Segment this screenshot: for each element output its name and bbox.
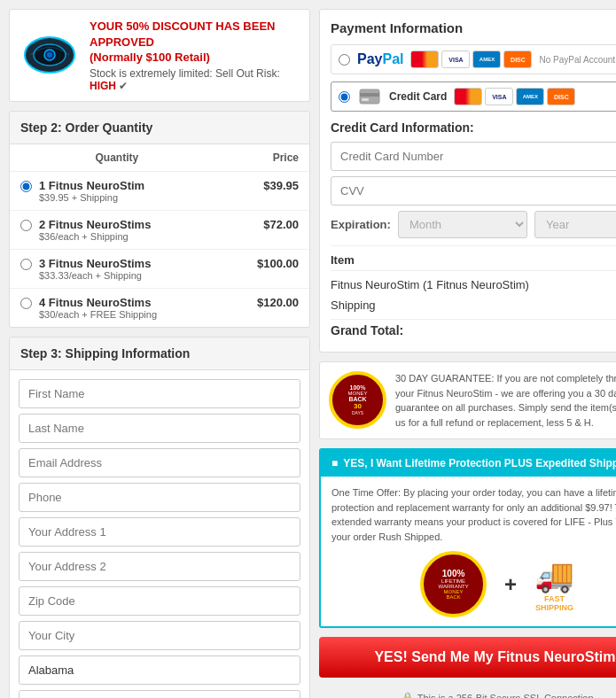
paypal-option[interactable]: PayPal MC VISA AMEX DISC No PayPal Accou…: [331, 44, 616, 74]
summary-item-col: Item: [331, 253, 355, 267]
expiry-month-select[interactable]: Month: [398, 211, 527, 238]
grand-total-label: Grand Total:: [331, 323, 403, 337]
qty-item-sublabel: $30/each + FREE Shipping: [39, 309, 157, 320]
normal-price: (Normally $100 Retail): [90, 50, 300, 64]
stock-text: Stock is extremely limited: Sell Out Ris…: [90, 67, 300, 92]
summary-row-label: Fitnus NeuroStim (1 Fitnus NeuroStim): [331, 278, 529, 291]
submit-button[interactable]: YES! Send Me My Fitnus NeuroStim!: [319, 637, 616, 678]
shipping-field-0[interactable]: [19, 379, 300, 408]
qty-radio-1[interactable]: [20, 220, 32, 231]
expiry-year-select[interactable]: Year: [534, 211, 616, 238]
payment-title: Payment Information: [331, 20, 616, 35]
qty-item-price: $39.95: [224, 172, 309, 211]
cc-number-input[interactable]: [331, 142, 616, 171]
qty-row[interactable]: 3 Fitnus NeuroStims $33.33/each + Shippi…: [10, 250, 309, 289]
ssl-notice: 🔒 This is a 256-Bit Secure SSL Connectio…: [319, 692, 616, 698]
upsell-checkbox-icon: ■: [331, 457, 338, 469]
qty-item-price: $100.00: [224, 250, 309, 289]
qty-item-sublabel: $33.33/each + Shipping: [39, 270, 151, 281]
paypal-radio[interactable]: [339, 54, 350, 66]
qty-row[interactable]: 4 Fitnus NeuroStims $30/each + FREE Ship…: [10, 289, 309, 328]
order-quantity-section: Step 2: Order Quantity Quantity Price 1 …: [9, 111, 310, 328]
credit-card-icon: [357, 88, 382, 105]
upsell-header[interactable]: ■ YES, I Want Lifetime Protection PLUS E…: [321, 450, 616, 477]
shipping-field-8[interactable]: [19, 655, 300, 685]
visa-icon: VISA: [441, 50, 470, 68]
qty-row[interactable]: 1 Fitnus NeuroStim $39.95 + Shipping $39…: [10, 172, 309, 211]
upsell-body-text: One Time Offer: By placing your order to…: [331, 485, 616, 544]
paypal-logo: PayPal: [357, 51, 403, 67]
qty-item-label: 3 Fitnus NeuroStims: [39, 257, 151, 270]
qty-row[interactable]: 2 Fitnus NeuroStims $36/each + Shipping …: [10, 211, 309, 250]
qty-item-price: $120.00: [224, 289, 309, 328]
svg-rect-5: [360, 93, 379, 97]
shipping-form: Billing Address same as ShippingText me …: [10, 370, 309, 698]
qty-radio-2[interactable]: [20, 259, 32, 270]
cc-visa-icon: VISA: [485, 88, 513, 105]
cvv-input[interactable]: [331, 176, 616, 206]
guarantee-text: 30 DAY GUARANTEE: If you are not complet…: [395, 371, 616, 430]
guarantee-circle: 100% MONEY BACK 30 DAYS: [329, 371, 386, 429]
upsell-box: ■ YES, I Want Lifetime Protection PLUS E…: [319, 448, 616, 628]
cc-info-title: Credit Card Information:: [331, 120, 616, 135]
qty-item-label: 1 Fitnus NeuroStim: [39, 179, 144, 192]
order-summary: Item Amount Fitnus NeuroStim (1 Fitnus N…: [331, 245, 616, 341]
guarantee-box: 100% MONEY BACK 30 DAYS 30 DAY GUARANTEE…: [319, 361, 616, 439]
upsell-body: One Time Offer: By placing your order to…: [321, 477, 616, 626]
credit-card-radio[interactable]: [339, 91, 350, 103]
qty-item-label: 4 Fitnus NeuroStims: [39, 296, 157, 309]
svg-rect-6: [362, 98, 369, 101]
shipping-field-1[interactable]: [19, 414, 300, 443]
shipping-field-6[interactable]: [19, 586, 300, 616]
qty-col-header: Quantity: [10, 144, 224, 172]
shipping-field-3[interactable]: [19, 483, 300, 512]
credit-card-option[interactable]: Credit Card MC VISA AMEX DISC: [331, 81, 616, 112]
plus-sign: +: [504, 572, 517, 597]
guarantee-badge: 100% MONEY BACK 30 DAYS: [329, 371, 386, 429]
order-quantity-title: Step 2: Order Quantity: [10, 112, 309, 144]
qty-item-label: 2 Fitnus NeuroStims: [39, 218, 151, 231]
upsell-header-text: YES, I Want Lifetime Protection PLUS Exp…: [343, 457, 616, 469]
qty-item-sublabel: $36/each + Shipping: [39, 231, 151, 242]
discover-icon: DISC: [503, 50, 532, 68]
shipping-field-4[interactable]: [19, 517, 300, 547]
paypal-card-icons: MC VISA AMEX DISC: [410, 50, 532, 68]
cc-disc-icon: DISC: [547, 88, 575, 105]
shipping-field-5[interactable]: [19, 552, 300, 581]
qty-radio-0[interactable]: [20, 181, 32, 192]
qty-item-price: $72.00: [224, 211, 309, 250]
product-image: [19, 29, 81, 82]
lock-icon: 🔒: [402, 692, 414, 698]
shipping-section: Step 3: Shipping Information Billing Add…: [9, 337, 310, 698]
no-account-text: No PayPal Account Required!: [539, 55, 616, 65]
expiry-row: Expiration: Month Year: [331, 211, 616, 238]
summary-row-label: Shipping: [331, 299, 376, 312]
summary-row-0: Fitnus NeuroStim (1 Fitnus NeuroStim)$39…: [331, 275, 616, 295]
upsell-money-badge: 100% LIFETIME WARRANTY MONEY BACK: [420, 551, 487, 617]
credit-card-label: Credit Card: [389, 90, 447, 103]
mastercard-icon: MC: [410, 50, 439, 68]
product-banner: YOUR 50% DISCOUNT HAS BEEN APPROVED (Nor…: [9, 9, 310, 102]
ssl-text: This is a 256-Bit Secure SSL Connection: [417, 693, 594, 699]
quantity-table: Quantity Price 1 Fitnus NeuroStim $39.95…: [10, 144, 309, 327]
expiry-label: Expiration:: [331, 218, 391, 231]
svg-point-3: [47, 52, 52, 58]
qty-radio-3[interactable]: [20, 298, 32, 309]
fast-shipping-badge: 🚚 FASTSHIPPING: [534, 557, 574, 612]
shipping-field-7[interactable]: [19, 621, 300, 650]
summary-row-1: Shipping$9.95: [331, 295, 616, 315]
cc-mc-icon: MC: [454, 88, 482, 105]
shipping-field-9[interactable]: [19, 690, 300, 698]
amex-icon: AMEX: [472, 50, 501, 68]
price-col-header: Price: [224, 144, 309, 172]
payment-box: Payment Information PayPal MC VISA AMEX …: [319, 9, 616, 353]
paypal-brand: Pay: [357, 51, 382, 67]
summary-header: Item Amount: [331, 253, 616, 271]
fast-shipping-text: FASTSHIPPING: [535, 594, 573, 612]
cc-amex-icon: AMEX: [516, 88, 544, 105]
discount-title: YOUR 50% DISCOUNT HAS BEEN APPROVED: [90, 19, 300, 50]
qty-item-sublabel: $39.95 + Shipping: [39, 192, 144, 203]
cc-card-icons: MC VISA AMEX DISC: [454, 88, 575, 105]
shipping-field-2[interactable]: [19, 448, 300, 477]
product-text: YOUR 50% DISCOUNT HAS BEEN APPROVED (Nor…: [90, 19, 300, 92]
